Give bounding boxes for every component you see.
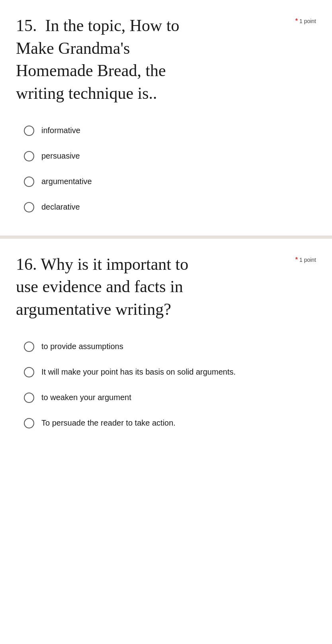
question-15-options: informative persuasive argumentative dec… bbox=[16, 118, 316, 220]
section-divider bbox=[0, 236, 332, 239]
option-16c[interactable]: to weaken your argument bbox=[19, 385, 316, 410]
radio-16d[interactable] bbox=[24, 418, 34, 428]
radio-16b[interactable] bbox=[24, 367, 34, 377]
option-label-15a: informative bbox=[41, 125, 80, 136]
option-15c[interactable]: argumentative bbox=[19, 169, 316, 194]
option-15b[interactable]: persuasive bbox=[19, 143, 316, 169]
option-label-16c: to weaken your argument bbox=[41, 392, 131, 403]
question-16-header: 16. Why is it important touse evidence a… bbox=[16, 253, 316, 321]
points-label-15: 1 point bbox=[299, 18, 316, 24]
radio-15c[interactable] bbox=[24, 177, 34, 187]
option-15d[interactable]: declarative bbox=[19, 194, 316, 220]
radio-15a[interactable] bbox=[24, 126, 34, 136]
option-label-16a: to provide assumptions bbox=[41, 341, 123, 352]
option-16d[interactable]: To persuade the reader to take action. bbox=[19, 410, 316, 436]
option-16a[interactable]: to provide assumptions bbox=[19, 334, 316, 359]
question-15-block: 15. In the topic, How toMake Grandma'sHo… bbox=[0, 0, 332, 236]
question-15-header: 15. In the topic, How toMake Grandma'sHo… bbox=[16, 14, 316, 105]
required-star-16: * bbox=[295, 256, 298, 263]
option-label-16d: To persuade the reader to take action. bbox=[41, 417, 176, 428]
radio-15d[interactable] bbox=[24, 202, 34, 212]
question-15-text: 15. In the topic, How toMake Grandma'sHo… bbox=[16, 14, 271, 105]
radio-16c[interactable] bbox=[24, 393, 34, 403]
question-16-block: 16. Why is it important touse evidence a… bbox=[0, 239, 332, 452]
option-label-16b: It will make your point has its basis on… bbox=[41, 366, 236, 377]
points-label-16: 1 point bbox=[299, 257, 316, 263]
option-label-15c: argumentative bbox=[41, 176, 92, 187]
radio-16a[interactable] bbox=[24, 342, 34, 352]
radio-15b[interactable] bbox=[24, 151, 34, 161]
question-16-meta: * 1 point bbox=[295, 253, 316, 263]
question-15-meta: * 1 point bbox=[295, 14, 316, 25]
option-16b[interactable]: It will make your point has its basis on… bbox=[19, 359, 316, 385]
option-label-15d: declarative bbox=[41, 201, 80, 212]
option-15a[interactable]: informative bbox=[19, 118, 316, 143]
required-star-15: * bbox=[295, 18, 298, 25]
option-label-15b: persuasive bbox=[41, 150, 80, 161]
question-16-text: 16. Why is it important touse evidence a… bbox=[16, 253, 271, 321]
question-16-options: to provide assumptions It will make your… bbox=[16, 334, 316, 436]
